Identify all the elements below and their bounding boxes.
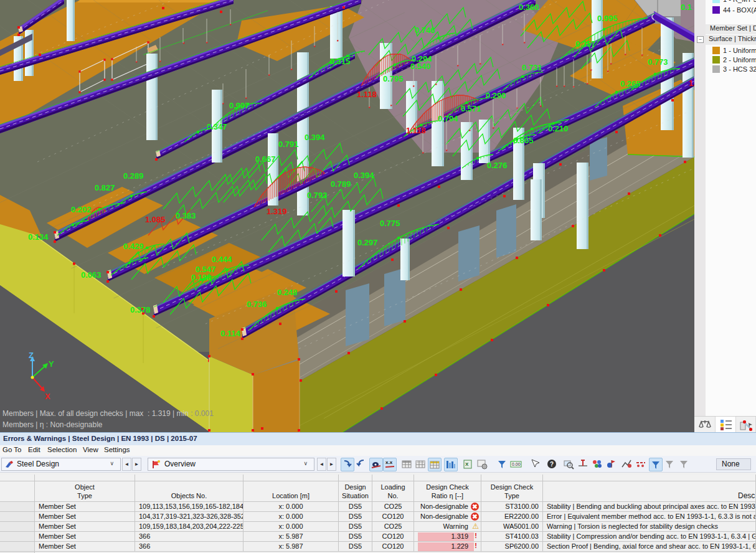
- svg-text:0.444: 0.444: [212, 255, 232, 264]
- svg-text:?: ?: [550, 461, 554, 468]
- svg-text:Y: Y: [49, 359, 54, 369]
- svg-text:0.1: 0.1: [681, 2, 692, 12]
- svg-text:Members | Max. of all design c: Members | Max. of all design checks | ma…: [2, 409, 214, 418]
- svg-text:0.114: 0.114: [220, 329, 241, 338]
- svg-text:0.290: 0.290: [486, 91, 506, 100]
- svg-text:0.265: 0.265: [620, 79, 641, 88]
- svg-text:0.907: 0.907: [229, 101, 250, 110]
- svg-text:0.357: 0.357: [575, 39, 596, 49]
- svg-text:0.347: 0.347: [207, 122, 227, 131]
- svg-text:1.118: 1.118: [357, 90, 377, 99]
- svg-text:0.00: 0.00: [512, 462, 521, 466]
- svg-text:0.791: 0.791: [278, 139, 299, 149]
- svg-text:0.793: 0.793: [307, 191, 328, 200]
- svg-text:0.360: 0.360: [519, 2, 539, 12]
- svg-text:0.827: 0.827: [95, 183, 115, 192]
- svg-text:Z: Z: [29, 351, 34, 360]
- svg-text:0.667: 0.667: [255, 154, 276, 164]
- svg-text:0.865: 0.865: [513, 136, 534, 145]
- svg-text:0.202: 0.202: [71, 205, 92, 214]
- svg-text:0.383: 0.383: [176, 211, 196, 220]
- svg-text:0.995: 0.995: [597, 14, 618, 23]
- svg-text:0.795: 0.795: [383, 74, 404, 83]
- svg-text:0.731: 0.731: [522, 63, 542, 72]
- svg-text:0.571: 0.571: [461, 104, 481, 113]
- svg-text:0.289: 0.289: [123, 171, 144, 181]
- svg-text:0.773: 0.773: [648, 57, 668, 67]
- svg-text:0.794: 0.794: [438, 114, 458, 123]
- svg-text:0.775: 0.775: [380, 219, 400, 228]
- svg-text:0.210: 0.210: [548, 124, 569, 133]
- svg-text:0.297: 0.297: [357, 238, 378, 247]
- svg-text:1.118: 1.118: [689, 78, 694, 88]
- svg-text:1.118: 1.118: [406, 126, 426, 135]
- svg-text:0.746: 0.746: [415, 26, 435, 35]
- svg-text:0.540: 0.540: [410, 62, 431, 71]
- svg-text:0.248: 0.248: [277, 288, 298, 297]
- svg-text:0.789: 0.789: [331, 179, 351, 189]
- svg-text:0.394: 0.394: [354, 171, 374, 180]
- svg-text:0.736: 0.736: [247, 300, 267, 309]
- svg-text:0.188: 0.188: [191, 273, 212, 282]
- svg-text:0.063: 0.063: [81, 270, 102, 280]
- svg-text:0.315: 0.315: [330, 57, 351, 66]
- svg-text:x.x: x.x: [385, 460, 393, 465]
- svg-text:0.394: 0.394: [305, 133, 325, 142]
- svg-text:1.319: 1.319: [267, 207, 287, 216]
- svg-text:0.276: 0.276: [487, 161, 508, 170]
- svg-text:0.378: 0.378: [130, 305, 151, 314]
- svg-text:1.085: 1.085: [145, 215, 166, 224]
- svg-text:Members | η : Non-designable: Members | η : Non-designable: [2, 420, 103, 429]
- svg-text:0.134: 0.134: [28, 232, 49, 242]
- svg-text:X: X: [465, 461, 469, 467]
- svg-text:0.429: 0.429: [123, 242, 144, 251]
- svg-text:X: X: [45, 392, 50, 401]
